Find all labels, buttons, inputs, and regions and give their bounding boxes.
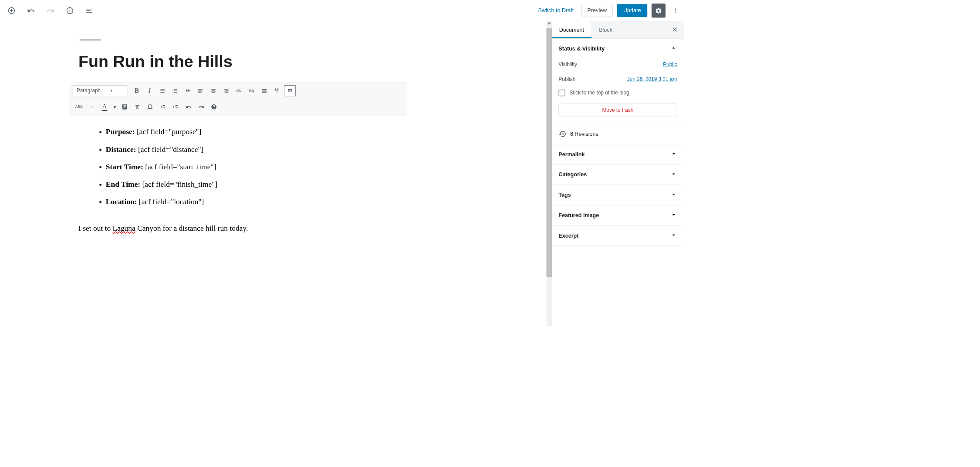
bold-button[interactable]: B	[131, 85, 143, 96]
toolbar-left	[6, 5, 95, 16]
panel-header-excerpt[interactable]: Excerpt	[552, 225, 684, 245]
classic-editor-block[interactable]: Paragraph ▼ B I	[71, 83, 407, 115]
stick-checkbox[interactable]	[558, 90, 565, 96]
chevron-down-icon	[670, 150, 677, 158]
mce-toolbar-row1: Paragraph ▼ B I	[71, 83, 407, 99]
align-center-button[interactable]	[208, 85, 220, 96]
spellcheck-button[interactable]	[271, 85, 283, 96]
text-color-dropdown[interactable]: ▾	[112, 101, 118, 112]
more-options-button[interactable]	[670, 3, 681, 17]
top-toolbar: Switch to Draft Preview Update	[0, 0, 684, 21]
svg-rect-0	[90, 107, 94, 107]
italic-button[interactable]: I	[144, 85, 155, 96]
history-icon	[558, 130, 566, 138]
visibility-link[interactable]: Public	[663, 62, 677, 68]
chevron-down-icon	[670, 171, 677, 178]
editor-area: Fun Run in the Hills Paragraph ▼ B I	[0, 21, 551, 326]
body-paragraph[interactable]: I set out to Laguna Canyon for a distanc…	[78, 221, 401, 235]
panel-header-permalink[interactable]: Permalink	[552, 144, 684, 164]
publish-row: Publish Jun 26, 2019 3:31 am	[558, 73, 677, 87]
list-item: Distance: [acf field="distance"]	[106, 142, 401, 156]
panel-header-tags[interactable]: Tags	[552, 185, 684, 205]
align-left-button[interactable]	[195, 85, 206, 96]
panel-header-categories[interactable]: Categories	[552, 165, 684, 185]
chevron-down-icon: ▼	[110, 89, 113, 93]
hr-button[interactable]	[86, 101, 98, 112]
insert-more-button[interactable]	[259, 85, 270, 96]
unlink-button[interactable]	[246, 85, 257, 96]
post-title[interactable]: Fun Run in the Hills	[78, 53, 401, 71]
redo-mce-button[interactable]	[196, 101, 207, 112]
numbered-list-button[interactable]	[169, 85, 181, 96]
visibility-row: Visibility Public	[558, 59, 677, 73]
redo-button[interactable]	[45, 5, 56, 16]
mce-toolbar-row2: ABC A ▾ Ω	[71, 99, 407, 115]
tab-document[interactable]: Document	[552, 21, 591, 38]
paste-text-button[interactable]	[119, 101, 131, 112]
list-item: Purpose: [acf field="purpose"]	[106, 124, 401, 139]
title-decoration-rule	[80, 40, 101, 40]
toolbar-right: Switch to Draft Preview Update	[538, 3, 681, 17]
move-to-trash-button[interactable]: Move to trash	[558, 104, 677, 117]
panel-tags: Tags	[552, 185, 684, 205]
panel-status-visibility: Status & Visibility Visibility Public Pu…	[552, 39, 684, 124]
align-right-button[interactable]	[220, 85, 232, 96]
special-char-button[interactable]: Ω	[144, 101, 156, 112]
switch-to-draft-link[interactable]: Switch to Draft	[538, 7, 574, 14]
panel-categories: Categories	[552, 165, 684, 185]
panel-excerpt: Excerpt	[552, 225, 684, 246]
block-nav-button[interactable]	[84, 5, 95, 16]
chevron-up-icon	[670, 45, 677, 53]
post-title-block[interactable]: Fun Run in the Hills	[78, 40, 401, 71]
stick-row: Stick to the top of the blog	[558, 88, 677, 104]
panel-header-featured[interactable]: Featured Image	[552, 205, 684, 225]
help-button[interactable]	[208, 101, 220, 112]
update-button[interactable]: Update	[617, 4, 647, 17]
settings-toggle-button[interactable]	[652, 3, 666, 17]
format-select[interactable]: Paragraph ▼	[73, 85, 128, 96]
content-info-button[interactable]	[64, 5, 75, 16]
outdent-button[interactable]	[157, 101, 169, 112]
scroll-arrow-up-icon[interactable]	[547, 22, 551, 24]
strikethrough-button[interactable]: ABC	[73, 101, 85, 112]
scrollbar-thumb[interactable]	[546, 28, 552, 277]
gear-icon	[655, 7, 662, 14]
panel-revisions[interactable]: 6 Revisions	[552, 124, 684, 144]
clear-formatting-button[interactable]	[132, 101, 143, 112]
chevron-down-icon	[670, 212, 677, 219]
chevron-down-icon	[670, 191, 677, 199]
tab-block[interactable]: Block	[591, 21, 619, 38]
list-item: Location: [acf field="location"]	[106, 195, 401, 209]
publish-date-link[interactable]: Jun 26, 2019 3:31 am	[627, 76, 677, 82]
kebab-icon	[672, 7, 679, 13]
list-item: Start Time: [acf field="start_time"]	[106, 160, 401, 174]
scrollbar[interactable]	[546, 21, 552, 326]
add-block-button[interactable]	[6, 5, 17, 16]
panel-header-status[interactable]: Status & Visibility	[552, 39, 684, 59]
panel-permalink: Permalink	[552, 144, 684, 165]
toolbar-toggle-button[interactable]	[284, 85, 296, 96]
settings-sidebar: Document Block ✕ Status & Visibility Vis…	[551, 21, 683, 326]
text-color-button[interactable]: A	[99, 101, 111, 112]
acf-list[interactable]: Purpose: [acf field="purpose"] Distance:…	[106, 124, 401, 209]
panel-featured-image: Featured Image	[552, 205, 684, 226]
indent-button[interactable]	[170, 101, 182, 112]
undo-mce-button[interactable]	[182, 101, 194, 112]
sidebar-tabs: Document Block ✕	[552, 21, 684, 39]
link-button[interactable]	[233, 85, 245, 96]
undo-button[interactable]	[26, 5, 37, 16]
bullet-list-button[interactable]	[156, 85, 168, 96]
content-body[interactable]: Purpose: [acf field="purpose"] Distance:…	[78, 115, 401, 235]
sidebar-close-button[interactable]: ✕	[666, 21, 684, 38]
list-item: End Time: [acf field="finish_time"]	[106, 177, 401, 192]
preview-button[interactable]: Preview	[581, 4, 612, 17]
spelling-error[interactable]: Laguna	[112, 224, 135, 232]
blockquote-button[interactable]	[182, 85, 194, 96]
chevron-down-icon	[670, 232, 677, 239]
